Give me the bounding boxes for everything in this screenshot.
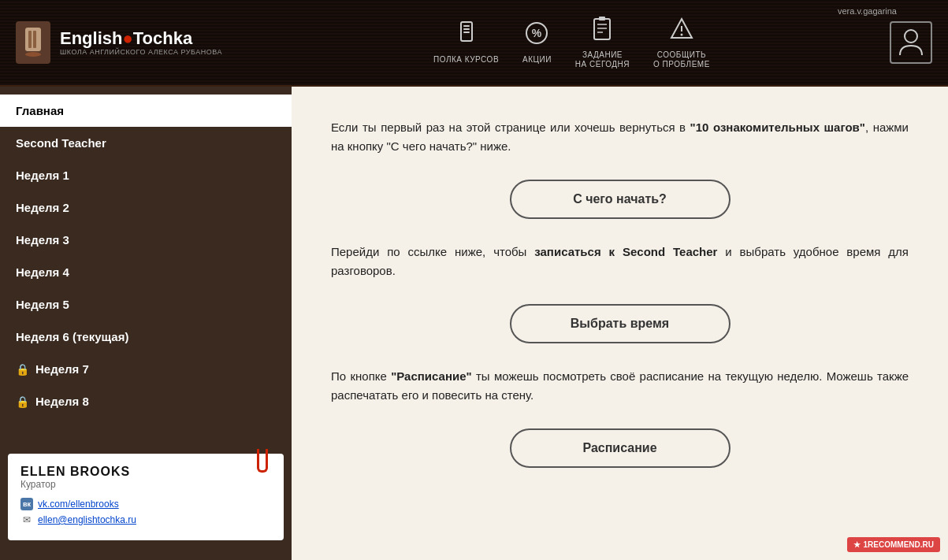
sidebar-item-week5[interactable]: Неделя 5 xyxy=(0,288,292,321)
curator-role: Куратор xyxy=(20,479,271,490)
sidebar-item-week8[interactable]: 🔒 Неделя 8 xyxy=(0,385,292,417)
logo-text: English●Tochka ШКОЛА АНГЛИЙСКОГО АЛЕКСА … xyxy=(60,29,222,56)
sidebar-label-week3: Неделя 3 xyxy=(16,233,69,247)
intro-text-1: Если ты первый раз на этой странице или … xyxy=(331,121,690,134)
sidebar-spacer xyxy=(0,417,292,442)
svg-point-3 xyxy=(25,52,41,57)
promo-icon: % xyxy=(525,21,548,52)
sidebar-label-week7: Неделя 7 xyxy=(35,362,89,376)
second-text-1: Перейди по ссылке ниже, чтобы xyxy=(331,245,534,258)
sidebar-item-week3[interactable]: Неделя 3 xyxy=(0,224,292,256)
svg-rect-1 xyxy=(28,31,32,48)
curator-vk-link[interactable]: vk.com/ellenbrooks xyxy=(38,499,119,510)
sidebar-item-home[interactable]: Главная xyxy=(0,95,292,127)
nav-label-promo: АКЦИИ xyxy=(522,55,552,65)
card-clip xyxy=(257,449,268,473)
recommend-star: ★ xyxy=(853,540,861,549)
svg-point-18 xyxy=(905,30,917,43)
sidebar-label-week4: Неделя 4 xyxy=(16,265,69,279)
svg-rect-10 xyxy=(594,19,610,39)
shelf-icon xyxy=(455,21,478,52)
logo-icon xyxy=(16,21,50,64)
sidebar-label-second-teacher: Second Teacher xyxy=(16,136,106,150)
nav-label-task: ЗАДАНИЕНА СЕГОДНЯ xyxy=(575,50,630,69)
curator-card: ELLEN BROOKS Куратор вк vk.com/ellenbroo… xyxy=(8,454,284,540)
nav-items: ПОЛКА КУРСОВ % АКЦИИ ЗАДАНИЕ xyxy=(254,17,890,69)
username-tag: vera.v.gagarina xyxy=(838,6,897,16)
header-right xyxy=(890,21,932,64)
curator-email-link[interactable]: ellen@englishtochka.ru xyxy=(38,514,136,525)
nav-item-report[interactable]: СООБЩИТЬО ПРОБЛЕМЕ xyxy=(653,17,710,69)
curator-name: ELLEN BROOKS xyxy=(20,465,271,479)
sidebar-label-week6: Неделя 6 (текущая) xyxy=(16,330,128,343)
user-avatar-button[interactable] xyxy=(890,21,932,64)
logo-title: English●Tochka xyxy=(60,29,222,48)
sidebar-item-week7[interactable]: 🔒 Неделя 7 xyxy=(0,353,292,385)
sidebar-item-second-teacher[interactable]: Second Teacher xyxy=(0,127,292,159)
second-paragraph: Перейди по ссылке ниже, чтобы записаться… xyxy=(331,243,909,280)
recommend-badge: ★ 1RECOMMEND.RU xyxy=(847,537,940,552)
nav-item-task[interactable]: ЗАДАНИЕНА СЕГОДНЯ xyxy=(575,17,630,69)
svg-rect-14 xyxy=(599,17,605,20)
sidebar-label-home: Главная xyxy=(16,104,64,117)
svg-point-17 xyxy=(680,33,682,35)
svg-rect-2 xyxy=(33,31,36,48)
nav-label-shelf: ПОЛКА КУРСОВ xyxy=(433,55,499,65)
sidebar-item-week1[interactable]: Неделя 1 xyxy=(0,159,292,191)
sidebar-label-week1: Неделя 1 xyxy=(16,169,69,182)
start-button[interactable]: С чего начать? xyxy=(510,180,731,219)
third-paragraph: По кнопке "Расписание" ты можешь посмотр… xyxy=(331,367,909,405)
report-icon xyxy=(670,17,693,47)
sidebar-label-week5: Неделя 5 xyxy=(16,298,69,311)
nav-item-promo[interactable]: % АКЦИИ xyxy=(522,21,552,65)
schedule-button[interactable]: Расписание xyxy=(510,428,731,468)
intro-paragraph: Если ты первый раз на этой странице или … xyxy=(331,118,909,156)
svg-rect-7 xyxy=(463,32,470,33)
main-layout: Главная Second Teacher Неделя 1 Неделя 2… xyxy=(0,87,948,560)
svg-rect-6 xyxy=(463,28,470,30)
intro-quote: "10 ознакомительных шагов" xyxy=(690,121,865,134)
svg-text:%: % xyxy=(532,27,542,39)
logo-subtitle: ШКОЛА АНГЛИЙСКОГО АЛЕКСА РУБАНОВА xyxy=(60,48,222,56)
sidebar: Главная Second Teacher Неделя 1 Неделя 2… xyxy=(0,87,292,560)
recommend-label: 1RECOMMEND.RU xyxy=(864,540,934,549)
task-icon xyxy=(590,17,614,47)
svg-rect-5 xyxy=(463,25,470,27)
header: vera.v.gagarina English●Tochka ШКОЛА АНГ… xyxy=(0,0,948,87)
mail-icon: ✉ xyxy=(20,514,33,526)
nav-item-shelf[interactable]: ПОЛКА КУРСОВ xyxy=(433,21,499,65)
nav-label-report: СООБЩИТЬО ПРОБЛЕМЕ xyxy=(653,50,710,69)
curator-email: ✉ ellen@englishtochka.ru xyxy=(20,514,271,526)
third-text-1: По кнопке xyxy=(331,369,391,383)
second-bold: записаться к Second Teacher xyxy=(534,245,717,258)
curator-vk: вк vk.com/ellenbrooks xyxy=(20,498,271,510)
lock-icon-week7: 🔒 xyxy=(16,363,29,376)
content-area: Если ты первый раз на этой странице или … xyxy=(292,87,948,560)
logo-area: English●Tochka ШКОЛА АНГЛИЙСКОГО АЛЕКСА … xyxy=(16,21,222,64)
sidebar-label-week8: Неделя 8 xyxy=(35,395,89,408)
sidebar-label-week2: Неделя 2 xyxy=(16,201,69,214)
lock-icon-week8: 🔒 xyxy=(16,395,29,408)
time-button[interactable]: Выбрать время xyxy=(510,304,731,343)
sidebar-item-week4[interactable]: Неделя 4 xyxy=(0,256,292,288)
sidebar-item-week6[interactable]: Неделя 6 (текущая) xyxy=(0,321,292,353)
vk-icon: вк xyxy=(20,498,33,510)
third-bold: "Расписание" xyxy=(391,369,472,383)
sidebar-item-week2[interactable]: Неделя 2 xyxy=(0,191,292,224)
